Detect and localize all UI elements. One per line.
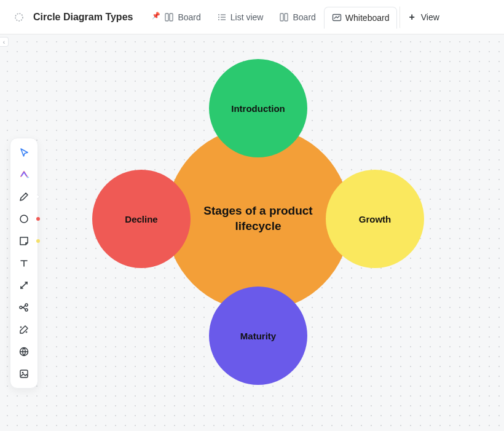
- svg-point-3: [218, 14, 219, 15]
- circle-introduction[interactable]: Introduction: [209, 59, 307, 157]
- svg-rect-9: [280, 14, 283, 21]
- sticky-note-tool[interactable]: [14, 231, 34, 251]
- circle-diagram[interactable]: Stages of a product lifecycle Introducti…: [92, 53, 424, 385]
- shape-tool[interactable]: [14, 208, 34, 229]
- svg-point-15: [25, 304, 28, 306]
- mindmap-tool[interactable]: [14, 297, 34, 318]
- svg-rect-18: [20, 370, 28, 378]
- svg-rect-8: [221, 19, 226, 20]
- plus-icon: +: [409, 12, 414, 22]
- tabs-group: 📌 Board List view Board Whiteboard +: [144, 0, 447, 34]
- svg-point-14: [20, 306, 22, 309]
- list-icon: [217, 12, 227, 22]
- whiteboard-icon: [332, 13, 342, 23]
- tab-label: Board: [293, 12, 315, 22]
- page-title: Circle Diagram Types: [33, 12, 133, 23]
- center-label: Stages of a product lifecycle: [191, 204, 326, 234]
- text-tool[interactable]: [14, 253, 34, 274]
- web-tool[interactable]: [14, 341, 34, 362]
- pin-icon: 📌: [152, 12, 160, 20]
- tab-label: List view: [230, 12, 264, 22]
- page-icon: [11, 9, 27, 25]
- svg-rect-6: [221, 17, 226, 17]
- svg-point-16: [25, 309, 28, 311]
- magic-tool[interactable]: [14, 319, 34, 340]
- tab-whiteboard[interactable]: Whiteboard: [324, 7, 398, 29]
- svg-text:+: +: [26, 175, 30, 180]
- circle-decline[interactable]: Decline: [92, 170, 191, 268]
- circle-label: Decline: [125, 214, 157, 224]
- svg-rect-1: [165, 14, 168, 21]
- board-icon: [164, 12, 174, 22]
- svg-point-5: [218, 17, 219, 18]
- image-tool[interactable]: [14, 363, 34, 384]
- pen-tool[interactable]: [14, 186, 34, 207]
- tab-board-1[interactable]: 📌 Board: [144, 6, 208, 28]
- add-view-button[interactable]: + View: [400, 6, 447, 28]
- svg-rect-4: [221, 14, 226, 15]
- add-view-label: View: [421, 12, 439, 22]
- svg-rect-2: [170, 14, 173, 21]
- chevron-left-icon: ‹: [3, 39, 5, 45]
- svg-point-0: [15, 14, 23, 21]
- whiteboard-canvas[interactable]: + Stages o: [0, 34, 504, 431]
- svg-point-13: [20, 215, 28, 223]
- tab-list-view[interactable]: List view: [209, 6, 272, 28]
- svg-point-7: [218, 19, 219, 20]
- svg-point-19: [22, 372, 24, 374]
- sticky-color-indicator: [36, 239, 40, 243]
- tab-board-2[interactable]: Board: [271, 6, 323, 28]
- shape-color-indicator: [36, 217, 40, 221]
- circle-label: Introduction: [231, 103, 285, 114]
- tab-label: Board: [178, 12, 200, 22]
- ai-tool[interactable]: +: [14, 164, 34, 185]
- connector-tool[interactable]: [14, 275, 34, 296]
- collapse-panel-button[interactable]: ‹: [0, 37, 9, 47]
- board-icon: [279, 12, 289, 22]
- select-tool[interactable]: [14, 142, 34, 163]
- tab-label: Whiteboard: [345, 13, 390, 23]
- svg-rect-10: [285, 14, 288, 21]
- circle-label: Growth: [359, 214, 392, 224]
- left-toolbar: +: [10, 138, 38, 389]
- circle-label: Maturity: [240, 331, 276, 341]
- circle-growth[interactable]: Growth: [326, 170, 424, 268]
- top-bar: Circle Diagram Types 📌 Board List view B…: [0, 0, 504, 34]
- circle-maturity[interactable]: Maturity: [209, 287, 307, 385]
